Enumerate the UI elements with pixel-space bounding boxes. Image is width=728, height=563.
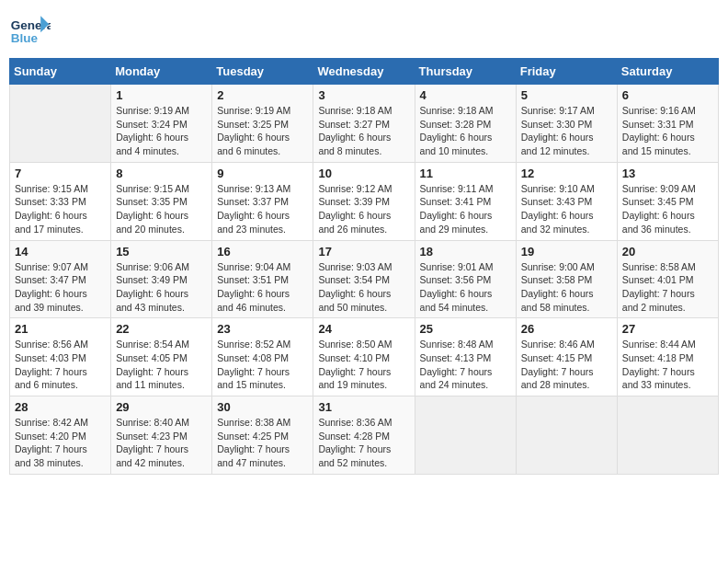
day-number: 26: [521, 322, 612, 336]
weekday-header-saturday: Saturday: [617, 59, 718, 85]
day-number: 8: [116, 167, 207, 180]
day-cell: 29Sunrise: 8:40 AMSunset: 4:23 PMDayligh…: [111, 396, 212, 475]
day-cell: 7Sunrise: 9:15 AMSunset: 3:33 PMDaylight…: [10, 162, 111, 240]
day-info: Sunrise: 9:17 AMSunset: 3:30 PMDaylight:…: [521, 104, 612, 158]
day-info: Sunrise: 9:09 AMSunset: 3:45 PMDaylight:…: [622, 182, 713, 236]
day-number: 10: [318, 167, 409, 180]
day-number: 1: [116, 88, 207, 102]
day-info: Sunrise: 8:50 AMSunset: 4:10 PMDaylight:…: [318, 338, 409, 392]
day-cell: 6Sunrise: 9:16 AMSunset: 3:31 PMDaylight…: [617, 85, 718, 163]
day-cell: 28Sunrise: 8:42 AMSunset: 4:20 PMDayligh…: [10, 396, 111, 475]
day-info: Sunrise: 9:11 AMSunset: 3:41 PMDaylight:…: [420, 182, 511, 236]
day-cell: 3Sunrise: 9:18 AMSunset: 3:27 PMDaylight…: [313, 85, 415, 163]
day-number: 5: [521, 88, 612, 102]
day-number: 4: [420, 88, 511, 102]
day-number: 19: [521, 245, 612, 259]
day-info: Sunrise: 8:48 AMSunset: 4:13 PMDaylight:…: [420, 338, 511, 392]
day-number: 14: [15, 245, 106, 259]
day-info: Sunrise: 8:44 AMSunset: 4:18 PMDaylight:…: [622, 338, 713, 392]
day-cell: 10Sunrise: 9:12 AMSunset: 3:39 PMDayligh…: [313, 162, 415, 240]
day-number: 20: [622, 245, 713, 259]
svg-text:Blue: Blue: [11, 31, 39, 45]
day-number: 3: [318, 88, 409, 102]
day-info: Sunrise: 8:42 AMSunset: 4:20 PMDaylight:…: [15, 416, 106, 470]
day-cell: 19Sunrise: 9:00 AMSunset: 3:58 PMDayligh…: [516, 240, 617, 318]
day-number: 29: [116, 400, 207, 414]
weekday-header-tuesday: Tuesday: [212, 59, 313, 85]
week-row-1: 1Sunrise: 9:19 AMSunset: 3:24 PMDaylight…: [10, 85, 719, 163]
day-cell: 16Sunrise: 9:04 AMSunset: 3:51 PMDayligh…: [212, 240, 313, 318]
day-cell: 21Sunrise: 8:56 AMSunset: 4:03 PMDayligh…: [10, 318, 111, 396]
weekday-header-monday: Monday: [111, 59, 212, 85]
day-cell: 2Sunrise: 9:19 AMSunset: 3:25 PMDaylight…: [212, 85, 313, 163]
day-cell: 22Sunrise: 8:54 AMSunset: 4:05 PMDayligh…: [111, 318, 212, 396]
day-info: Sunrise: 8:36 AMSunset: 4:28 PMDaylight:…: [318, 416, 409, 470]
day-cell: 9Sunrise: 9:13 AMSunset: 3:37 PMDaylight…: [212, 162, 313, 240]
day-number: 13: [622, 167, 713, 180]
weekday-header-sunday: Sunday: [10, 59, 111, 85]
weekday-header-friday: Friday: [516, 59, 617, 85]
logo-icon: General Blue: [9, 9, 51, 51]
day-cell: 8Sunrise: 9:15 AMSunset: 3:35 PMDaylight…: [111, 162, 212, 240]
day-cell: 23Sunrise: 8:52 AMSunset: 4:08 PMDayligh…: [212, 318, 313, 396]
day-cell: 25Sunrise: 8:48 AMSunset: 4:13 PMDayligh…: [415, 318, 516, 396]
day-number: 18: [420, 245, 511, 259]
weekday-header-wednesday: Wednesday: [313, 59, 415, 85]
day-info: Sunrise: 8:38 AMSunset: 4:25 PMDaylight:…: [217, 416, 308, 470]
day-info: Sunrise: 9:15 AMSunset: 3:33 PMDaylight:…: [15, 182, 106, 236]
day-info: Sunrise: 9:18 AMSunset: 3:28 PMDaylight:…: [420, 104, 511, 158]
day-info: Sunrise: 8:56 AMSunset: 4:03 PMDaylight:…: [15, 338, 106, 392]
day-cell: [10, 85, 111, 163]
day-number: 24: [318, 322, 409, 336]
day-cell: 12Sunrise: 9:10 AMSunset: 3:43 PMDayligh…: [516, 162, 617, 240]
day-number: 31: [318, 400, 409, 414]
day-info: Sunrise: 9:15 AMSunset: 3:35 PMDaylight:…: [116, 182, 207, 236]
day-number: 12: [521, 167, 612, 180]
day-info: Sunrise: 9:07 AMSunset: 3:47 PMDaylight:…: [15, 260, 106, 315]
week-row-4: 21Sunrise: 8:56 AMSunset: 4:03 PMDayligh…: [10, 318, 719, 396]
day-cell: [415, 396, 516, 475]
day-info: Sunrise: 8:52 AMSunset: 4:08 PMDaylight:…: [217, 338, 308, 392]
day-cell: 20Sunrise: 8:58 AMSunset: 4:01 PMDayligh…: [617, 240, 718, 318]
weekday-header-row: SundayMondayTuesdayWednesdayThursdayFrid…: [10, 59, 719, 85]
day-number: 25: [420, 322, 511, 336]
day-cell: 11Sunrise: 9:11 AMSunset: 3:41 PMDayligh…: [415, 162, 516, 240]
day-info: Sunrise: 9:03 AMSunset: 3:54 PMDaylight:…: [318, 260, 409, 315]
day-number: 9: [217, 167, 308, 180]
day-number: 2: [217, 88, 308, 102]
day-number: 7: [15, 167, 106, 180]
day-number: 16: [217, 245, 308, 259]
day-info: Sunrise: 9:19 AMSunset: 3:24 PMDaylight:…: [116, 104, 207, 158]
week-row-5: 28Sunrise: 8:42 AMSunset: 4:20 PMDayligh…: [10, 396, 719, 475]
day-number: 23: [217, 322, 308, 336]
day-cell: 26Sunrise: 8:46 AMSunset: 4:15 PMDayligh…: [516, 318, 617, 396]
day-cell: 1Sunrise: 9:19 AMSunset: 3:24 PMDaylight…: [111, 85, 212, 163]
day-cell: 13Sunrise: 9:09 AMSunset: 3:45 PMDayligh…: [617, 162, 718, 240]
day-number: 6: [622, 88, 713, 102]
day-info: Sunrise: 9:06 AMSunset: 3:49 PMDaylight:…: [116, 260, 207, 315]
day-number: 30: [217, 400, 308, 414]
page-header: General Blue: [9, 9, 719, 51]
day-number: 11: [420, 167, 511, 180]
day-info: Sunrise: 9:18 AMSunset: 3:27 PMDaylight:…: [318, 104, 409, 158]
day-info: Sunrise: 9:16 AMSunset: 3:31 PMDaylight:…: [622, 104, 713, 158]
day-number: 27: [622, 322, 713, 336]
day-cell: 14Sunrise: 9:07 AMSunset: 3:47 PMDayligh…: [10, 240, 111, 318]
day-info: Sunrise: 9:00 AMSunset: 3:58 PMDaylight:…: [521, 260, 612, 315]
week-row-3: 14Sunrise: 9:07 AMSunset: 3:47 PMDayligh…: [10, 240, 719, 318]
day-info: Sunrise: 8:46 AMSunset: 4:15 PMDaylight:…: [521, 338, 612, 392]
weekday-header-thursday: Thursday: [415, 59, 516, 85]
logo: General Blue: [9, 9, 51, 51]
day-cell: 17Sunrise: 9:03 AMSunset: 3:54 PMDayligh…: [313, 240, 415, 318]
day-number: 21: [15, 322, 106, 336]
day-cell: 5Sunrise: 9:17 AMSunset: 3:30 PMDaylight…: [516, 85, 617, 163]
day-cell: 30Sunrise: 8:38 AMSunset: 4:25 PMDayligh…: [212, 396, 313, 475]
day-cell: 15Sunrise: 9:06 AMSunset: 3:49 PMDayligh…: [111, 240, 212, 318]
day-cell: 31Sunrise: 8:36 AMSunset: 4:28 PMDayligh…: [313, 396, 415, 475]
week-row-2: 7Sunrise: 9:15 AMSunset: 3:33 PMDaylight…: [10, 162, 719, 240]
day-info: Sunrise: 9:19 AMSunset: 3:25 PMDaylight:…: [217, 104, 308, 158]
day-info: Sunrise: 9:04 AMSunset: 3:51 PMDaylight:…: [217, 260, 308, 315]
day-info: Sunrise: 8:54 AMSunset: 4:05 PMDaylight:…: [116, 338, 207, 392]
day-info: Sunrise: 9:13 AMSunset: 3:37 PMDaylight:…: [217, 182, 308, 236]
day-number: 22: [116, 322, 207, 336]
